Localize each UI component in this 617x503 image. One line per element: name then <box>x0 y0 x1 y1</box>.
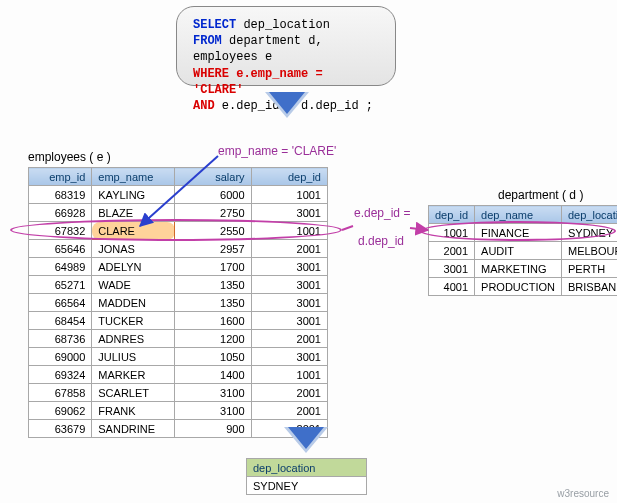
result-table: dep_location SYDNEY <box>246 458 367 495</box>
table-row: 65271WADE13503001 <box>29 276 328 294</box>
table-row: 64989ADELYN17003001 <box>29 258 328 276</box>
svg-line-2 <box>410 228 428 230</box>
table-row: 69062FRANK31002001 <box>29 402 328 420</box>
table-row: 68736ADNRES12002001 <box>29 330 328 348</box>
annot-edep: e.dep_id = <box>354 206 410 220</box>
table-row: 69000JULIUS10503001 <box>29 348 328 366</box>
table-row: 68454TUCKER16003001 <box>29 312 328 330</box>
sql-and-kw: AND <box>193 99 215 113</box>
dep-h-2: dep_location <box>562 206 618 224</box>
emp-h-3: dep_id <box>251 168 327 186</box>
employees-title: employees ( e ) <box>28 150 111 164</box>
emp-h-1: emp_name <box>92 168 175 186</box>
table-row: 67832CLARE25501001 <box>29 222 328 240</box>
emp-h-0: emp_id <box>29 168 92 186</box>
employees-table: emp_id emp_name salary dep_id 68319KAYLI… <box>28 167 328 438</box>
annot-ddep: d.dep_id <box>358 234 404 248</box>
result-value: SYDNEY <box>247 477 367 495</box>
table-row: 69324MARKER14001001 <box>29 366 328 384</box>
sql-from-kw: FROM <box>193 34 222 48</box>
highlight-clare-cell: CLARE <box>92 222 175 240</box>
table-row: 63679SANDRINE9002001 <box>29 420 328 438</box>
table-row: 68319KAYLING60001001 <box>29 186 328 204</box>
dep-h-0: dep_id <box>429 206 475 224</box>
sql-select-col: dep_location <box>243 18 329 32</box>
table-row: 67858SCARLET31002001 <box>29 384 328 402</box>
sql-where-kw: WHERE <box>193 67 229 81</box>
annot-emp-name: emp_name = 'CLARE' <box>218 144 336 158</box>
department-title: department ( d ) <box>498 188 583 202</box>
flow-arrow-2 <box>288 427 324 449</box>
table-row: 3001MARKETINGPERTH <box>429 260 618 278</box>
table-row: 2001AUDITMELBOURNE <box>429 242 618 260</box>
dep-h-1: dep_name <box>475 206 562 224</box>
result-header: dep_location <box>247 459 367 477</box>
emp-h-2: salary <box>175 168 251 186</box>
table-row: 66564MADDEN13503001 <box>29 294 328 312</box>
sql-select-kw: SELECT <box>193 18 236 32</box>
table-row: 4001PRODUCTIONBRISBANE <box>429 278 618 296</box>
sql-query-box: SELECT dep_location FROM department d, e… <box>176 6 396 86</box>
flow-arrow-1 <box>269 92 305 114</box>
table-row: 65646JONAS29572001 <box>29 240 328 258</box>
table-row: 66928BLAZE27503001 <box>29 204 328 222</box>
svg-line-1 <box>342 226 353 230</box>
department-table: dep_id dep_name dep_location 1001FINANCE… <box>428 205 617 296</box>
footer-watermark: w3resource <box>557 488 609 499</box>
table-row: 1001FINANCESYDNEY <box>429 224 618 242</box>
